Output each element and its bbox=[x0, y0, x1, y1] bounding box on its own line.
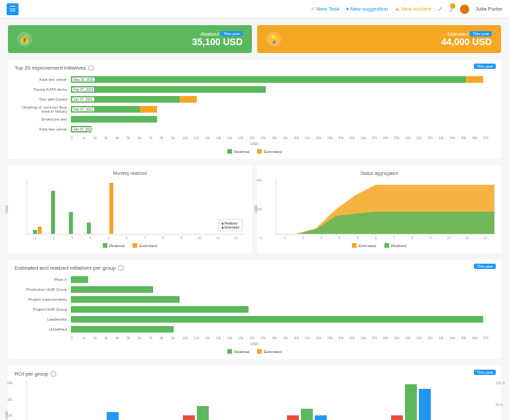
hbar-row: Kata test ownerJan 07, 2021 bbox=[15, 125, 494, 134]
chart-top20: Kata test ownerMay 20, 2021Toyota KATA d… bbox=[15, 75, 494, 140]
vbar-group bbox=[174, 178, 189, 234]
hbar-track bbox=[71, 296, 494, 303]
hbar-row: Project HUB Group bbox=[15, 305, 494, 314]
kpi-realized-value: 35,100 USD bbox=[192, 36, 243, 47]
hbar-label: Toyota KATA demo bbox=[15, 87, 71, 91]
vbar-group bbox=[66, 178, 81, 234]
legend-realized: Realized bbox=[103, 243, 125, 248]
period-pill: This year bbox=[470, 31, 492, 36]
hbar-track bbox=[71, 286, 494, 293]
info-icon[interactable]: i bbox=[50, 371, 56, 377]
hbar-row: Plant A bbox=[15, 275, 494, 284]
panel-roi: ROI per groupi This year USD 40k30k20k10… bbox=[8, 366, 501, 420]
hbar-row: Kata test ownerMay 20, 2021 bbox=[15, 75, 494, 84]
vbar-group bbox=[156, 178, 171, 234]
hbar-label: Cleaning of common floor area in factory bbox=[15, 105, 71, 113]
date-badge: Feb 07, 2021 bbox=[72, 107, 94, 111]
hbar-track: Jan 07, 2021 bbox=[71, 96, 494, 103]
kpi-realized-label: Realized bbox=[201, 32, 219, 36]
period-pill: This year bbox=[221, 31, 243, 36]
notification-badge bbox=[450, 3, 455, 9]
legend-realized: Realized bbox=[227, 349, 249, 354]
username: Julia Porter bbox=[476, 6, 502, 12]
warning-icon: ▲ bbox=[394, 6, 400, 12]
vbar-group bbox=[48, 178, 63, 234]
legend: Realized Estimated bbox=[15, 243, 245, 248]
hbar-row: Smartcore test bbox=[15, 115, 494, 124]
new-incident-label: New incident bbox=[401, 6, 431, 12]
date-badge: Jan 07, 2021 bbox=[72, 97, 94, 101]
avatar[interactable] bbox=[460, 5, 469, 14]
legend-box: ■ Realized ■ Estimated bbox=[218, 219, 243, 231]
hbar-track bbox=[71, 276, 494, 283]
vbar-group bbox=[84, 178, 99, 234]
hbar-label: Leadership bbox=[15, 317, 71, 321]
hbar-row: Toyota KATA demoFeb 07, 2021 bbox=[15, 85, 494, 94]
topbar-actions: ✓New Task ♦New suggestion ▲New incident … bbox=[311, 5, 502, 14]
vbar-group bbox=[192, 178, 207, 234]
date-badge: May 20, 2021 bbox=[72, 78, 95, 81]
bulb-icon: 💡 bbox=[266, 32, 281, 46]
hbar-label: Smartcore test bbox=[15, 117, 71, 121]
info-icon[interactable]: i bbox=[118, 265, 124, 271]
legend: Realized Estimated bbox=[15, 349, 494, 354]
y-axis-label: USD bbox=[5, 205, 9, 213]
roi-group bbox=[255, 381, 359, 420]
date-badge: Feb 07, 2021 bbox=[72, 87, 94, 91]
chart-roi bbox=[27, 381, 482, 420]
notifications-button[interactable]: ♪ bbox=[449, 5, 453, 13]
expand-link[interactable]: ⤢ bbox=[438, 6, 443, 12]
hbar-row: Project improvements bbox=[15, 295, 494, 304]
chart-per-group: Plant AProduction HUB GroupProject impro… bbox=[15, 275, 494, 340]
x-axis-label: USD bbox=[15, 142, 494, 146]
roi-yticks: 40k30k20k10k0 bbox=[3, 381, 13, 420]
legend-estimated: Estimated bbox=[352, 243, 376, 248]
legend-estimated: Estimated bbox=[257, 349, 282, 354]
check-icon: ✓ bbox=[311, 6, 315, 12]
topbar: ☰ ✓New Task ♦New suggestion ▲New inciden… bbox=[0, 0, 509, 19]
monthly-xaxis: 123456789101112 bbox=[27, 236, 245, 240]
panel-roi-title: ROI per group bbox=[15, 371, 48, 377]
hbar-track: May 20, 2021 bbox=[71, 76, 494, 83]
hbar-row: Cleaning of common floor area in factory… bbox=[15, 105, 494, 114]
hbar-track: Feb 07, 2021 bbox=[71, 106, 494, 113]
menu-button[interactable]: ☰ bbox=[7, 3, 19, 15]
bulb-icon: ♦ bbox=[346, 6, 349, 12]
hbar-track bbox=[71, 326, 494, 333]
hbar-track: Feb 07, 2021 bbox=[71, 86, 494, 93]
status-yticks: 40k20k0 bbox=[252, 178, 262, 240]
info-icon[interactable]: i bbox=[88, 65, 94, 71]
roi-yticks-right: 120 %80 %40 %0 % bbox=[496, 381, 508, 420]
new-incident-link[interactable]: ▲New incident bbox=[394, 6, 431, 12]
legend-realized: Realized bbox=[227, 149, 249, 154]
content: 💰 RealizedThis year 35,100 USD 💡 Estimat… bbox=[0, 19, 509, 420]
panel-per-group-title: Estimated and realized initiatives per g… bbox=[15, 265, 116, 271]
legend: Realized Estimated bbox=[15, 149, 494, 154]
roi-group bbox=[47, 381, 151, 420]
period-pill: This year bbox=[474, 264, 496, 269]
roi-group bbox=[359, 381, 463, 420]
panel-status-title: Status aggregated bbox=[264, 171, 494, 176]
x-axis-label: USD bbox=[15, 342, 494, 346]
new-task-link[interactable]: ✓New Task bbox=[311, 6, 340, 12]
panel-monthly-title: Monthly realized bbox=[15, 171, 245, 176]
hbar-row: Production HUB Group bbox=[15, 285, 494, 294]
legend-estimated: Estimated bbox=[257, 149, 282, 154]
vbar-group bbox=[101, 178, 117, 234]
kpi-estimated-value: 44,000 USD bbox=[441, 36, 492, 47]
panel-top20: Top 20 improvement initiativesi This yea… bbox=[8, 60, 501, 159]
hbar-label: Test with Daniel bbox=[15, 97, 71, 101]
new-task-label: New Task bbox=[317, 6, 340, 12]
period-pill: This year bbox=[474, 370, 496, 375]
date-badge: Jan 07, 2021 bbox=[72, 127, 94, 131]
panel-top20-title: Top 20 improvement initiatives bbox=[15, 65, 86, 71]
hbar-track bbox=[71, 306, 494, 313]
kpi-estimated-label: Estimated bbox=[447, 32, 468, 36]
panel-per-group: Estimated and realized initiatives per g… bbox=[8, 260, 501, 359]
chart-status bbox=[276, 178, 494, 235]
panel-status: Status aggregated USD 40k20k0 1234567891… bbox=[257, 166, 501, 253]
hbar-label: Plant A bbox=[15, 278, 71, 282]
legend: Estimated Realized bbox=[264, 243, 494, 248]
hbar-label: Production HUB Group bbox=[15, 288, 71, 291]
new-suggestion-link[interactable]: ♦New suggestion bbox=[346, 6, 388, 12]
